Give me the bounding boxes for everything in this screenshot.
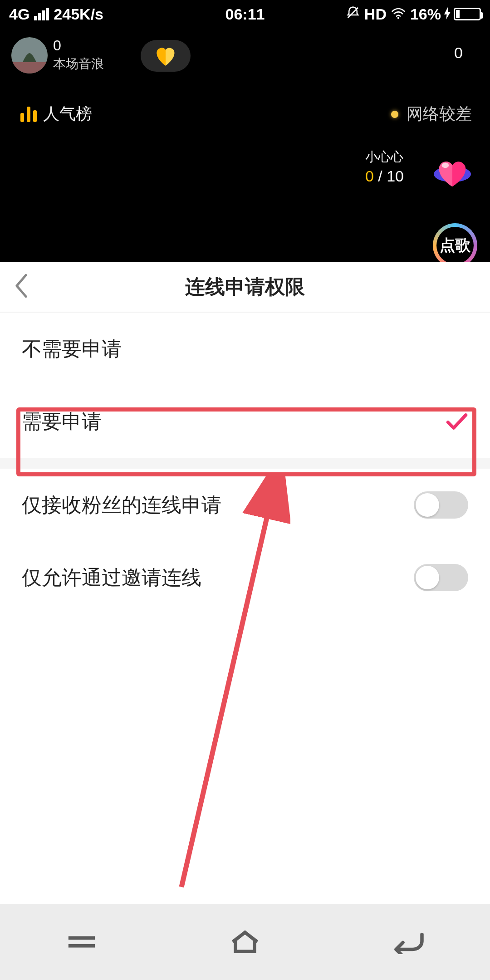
battery-percent: 16% [410, 5, 441, 23]
network-status-text: 网络较差 [407, 103, 472, 125]
bars-icon [20, 107, 37, 122]
status-time: 06:11 [225, 5, 265, 23]
chevron-left-icon [14, 274, 29, 298]
status-dot-icon [391, 111, 398, 118]
svg-point-1 [397, 17, 399, 19]
nav-home-button[interactable] [163, 904, 327, 980]
avatar[interactable] [11, 37, 48, 74]
divider [0, 458, 490, 469]
status-left: 4G 245K/s [9, 5, 103, 23]
back-icon [391, 930, 426, 954]
battery-icon [454, 8, 481, 20]
mini-heart-counter[interactable]: 小心心 0 / 10 [365, 148, 404, 185]
option-label: 不需要申请 [22, 336, 122, 363]
toggle-invite-only[interactable]: 仅允许通过邀请连线 [0, 541, 490, 614]
pink-heart-icon[interactable] [433, 154, 472, 191]
toggle-fans-only[interactable]: 仅接收粉丝的连线申请 [0, 469, 490, 541]
toggle-label: 仅接收粉丝的连线申请 [22, 492, 221, 519]
menu-icon [66, 931, 98, 953]
popularity-label: 人气榜 [43, 103, 92, 125]
mute-icon [346, 5, 360, 23]
network-type: 4G [9, 5, 29, 23]
option-need-apply[interactable]: 需要申请 [0, 385, 490, 458]
score-label: 本场音浪 [53, 55, 104, 73]
option-label: 需要申请 [22, 408, 102, 435]
status-right: HD 16% [346, 5, 481, 23]
permission-sheet: 连线申请权限 不需要申请 需要申请 仅接收粉丝的连线申请 仅允许通过邀请连线 [0, 262, 490, 904]
mini-heart-title: 小心心 [365, 148, 404, 166]
charging-icon [444, 5, 451, 23]
nav-recents-button[interactable] [0, 904, 163, 980]
request-song-label: 点歌 [436, 227, 474, 264]
toggle-switch[interactable] [414, 564, 468, 591]
status-bar: 4G 245K/s 06:11 HD 16% [0, 0, 490, 28]
toggle-label: 仅允许通过邀请连线 [22, 564, 201, 591]
live-area: 0 本场音浪 0 人气榜 网络较差 小心心 0 / 10 [0, 28, 490, 262]
viewer-count[interactable]: 0 [454, 44, 463, 62]
gift-heart-button[interactable] [141, 40, 191, 72]
mini-heart-count: 0 / 10 [365, 167, 404, 185]
back-button[interactable] [14, 274, 29, 300]
svg-rect-3 [11, 62, 48, 74]
host-info-row[interactable]: 0 本场音浪 [11, 37, 104, 74]
check-icon [446, 412, 468, 431]
sheet-header: 连线申请权限 [0, 262, 490, 313]
toggle-switch[interactable] [414, 491, 468, 519]
nav-back-button[interactable] [327, 904, 490, 980]
request-song-button[interactable]: 点歌 [433, 223, 477, 268]
network-speed: 245K/s [54, 5, 103, 23]
system-navbar [0, 904, 490, 980]
option-no-apply[interactable]: 不需要申请 [0, 313, 490, 385]
home-icon [229, 928, 261, 956]
svg-point-5 [442, 162, 449, 168]
heart-icon [154, 45, 177, 67]
score-value: 0 [53, 38, 104, 53]
host-score-block: 0 本场音浪 [53, 38, 104, 73]
signal-icon [34, 8, 49, 20]
popularity-rank-button[interactable]: 人气榜 [20, 103, 92, 125]
network-status: 网络较差 [391, 103, 472, 125]
hd-label: HD [364, 5, 387, 23]
sheet-title: 连线申请权限 [185, 274, 305, 300]
wifi-icon [391, 5, 406, 23]
